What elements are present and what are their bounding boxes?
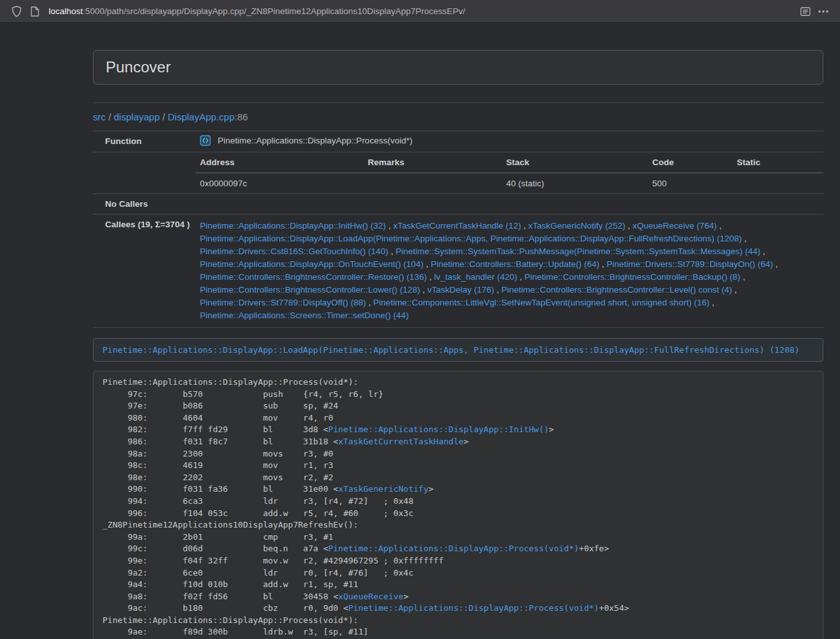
disassembly-line: 9ac: b180 cbz r0, 9d0 <Pinetime::Applica… [103,603,814,615]
column-header-stack: Stack [502,152,648,173]
selected-callee-link[interactable]: Pinetime::Applications::DisplayApp::Load… [103,345,800,355]
callee-link[interactable]: lv_task_handler (420) [434,272,517,282]
callee-separator: , [424,259,431,269]
disassembly-symbol-link[interactable]: xTaskGetCurrentTaskHandle [338,437,464,446]
disassembly-code: Pinetime::Applications::DisplayApp::Proc… [103,376,814,639]
breadcrumb-link[interactable]: DisplayApp.cpp [168,111,235,122]
callee-link[interactable]: Pinetime::Applications::DisplayApp::Load… [200,234,742,243]
code-cell: 500 [648,173,732,193]
no-callers-label: No Callers [93,194,195,214]
callee-link[interactable]: Pinetime::Applications::DisplayApp::Init… [200,221,386,231]
callee-link[interactable]: Pinetime::Applications::DisplayApp::OnTo… [200,259,424,269]
selected-callee-box: Pinetime::Applications::DisplayApp::Load… [93,338,823,362]
callee-link[interactable]: Pinetime::Drivers::Cst816S::GetTouchInfo… [200,247,388,256]
disassembly-line: _ZN8Pinetime12Applications10DisplayApp7R… [103,519,814,531]
callees-label: Callees (19, Σ=3704 ) [93,214,195,328]
url-host: localhost [49,6,83,16]
detail-row-label [93,152,195,194]
callee-link[interactable]: Pinetime::Drivers::St7789::DisplayOn() (… [607,259,773,269]
table-row: 0x0000097c 40 (static) 500 [195,173,823,193]
disassembly-line: 982: f7ff fd29 bl 3d8 <Pinetime::Applica… [103,424,814,436]
disassembly-symbol-link[interactable]: Pinetime::Applications::DisplayApp::Proc… [349,603,599,613]
column-header-remarks: Remarks [363,152,502,173]
disassembly-line: Pinetime::Applications::DisplayApp::Proc… [103,376,814,389]
disassembly-block: Pinetime::Applications::DisplayApp::Proc… [93,371,823,639]
disassembly-line: 98a: 2300 movs r3, #0 [103,448,814,460]
stack-cell: 40 (static) [502,173,648,193]
disassembly-symbol-link[interactable]: xQueueReceive [338,592,404,601]
disassembly-symbol-link[interactable]: Pinetime::Applications::DisplayApp::Init… [328,425,548,434]
breadcrumb-link[interactable]: displayapp [114,111,160,122]
detail-row: Address Remarks Stack Code Static 0x0000… [93,152,823,194]
breadcrumb-link[interactable]: src [93,111,106,122]
callee-link[interactable]: Pinetime::Drivers::St7789::DisplayOff() … [200,298,366,307]
callees-list: Pinetime::Applications::DisplayApp::Init… [195,214,823,328]
disassembly-symbol-link[interactable]: Pinetime::Applications::DisplayApp::Proc… [328,544,579,553]
callee-link[interactable]: Pinetime::Controllers::BrightnessControl… [200,285,420,295]
browser-toolbar: localhost:5000/path/src/displayapp/Displ… [0,0,840,23]
callee-separator: , [427,272,434,282]
function-icon [200,135,211,148]
reader-mode-icon[interactable] [796,3,814,20]
no-callers-value [195,194,823,214]
disassembly-line: 99e: f04f 32ff mov.w r2, #4294967295 ; 0… [103,555,814,567]
callee-link[interactable]: Pinetime::Controllers::Battery::Update()… [431,259,599,269]
function-detail-table: Address Remarks Stack Code Static 0x0000… [195,152,823,193]
divider [93,102,823,103]
callee-link[interactable]: Pinetime::Components::LittleVgl::SetNewT… [374,298,710,307]
column-header-code: Code [648,152,732,173]
overflow-menu-icon[interactable] [814,3,832,20]
remarks-cell [363,173,502,193]
callee-separator: , [625,221,632,231]
page-content: Puncover src / displayapp / DisplayApp.c… [0,23,840,639]
callee-separator: , [366,298,373,307]
page-title: Puncover [106,58,811,76]
disassembly-line: 990: f031 fa36 bl 31e00 <xTaskGenericNot… [103,483,814,496]
function-label: Function [93,131,195,152]
callee-separator: , [386,221,393,231]
function-table: Function Pinetime::Applications::Display… [93,131,823,328]
callee-link[interactable]: xTaskGetCurrentTaskHandle (12) [393,221,522,231]
breadcrumb-separator: / [160,111,168,122]
callee-link[interactable]: Pinetime::Applications::Screens::Timer::… [200,311,409,320]
breadcrumb-line-number: :86 [235,111,248,122]
no-callers-row: No Callers [93,194,823,214]
app-header: Puncover [93,50,823,85]
page-info-icon[interactable] [26,3,44,20]
url-bar[interactable]: localhost:5000/path/src/displayapp/Displ… [49,6,465,16]
callee-link[interactable]: Pinetime::Controllers::BrightnessControl… [525,272,741,282]
callee-link[interactable]: Pinetime::Controllers::BrightnessControl… [501,285,732,295]
callee-link[interactable]: Pinetime::System::SystemTask::PushMessag… [395,247,760,256]
shield-icon[interactable] [8,3,26,20]
callee-link[interactable]: xTaskGenericNotify (252) [529,221,626,231]
disassembly-symbol-link[interactable]: xTaskGenericNotify [338,484,429,494]
disassembly-line: 986: f031 f8c7 bl 31b18 <xTaskGetCurrent… [103,436,814,448]
callees-row: Callees (19, Σ=3704 ) Pinetime::Applicat… [93,214,823,328]
callee-separator: , [494,285,501,295]
static-cell [732,173,823,193]
disassembly-line: 9a8: f02f fd56 bl 30458 <xQueueReceive> [103,591,814,603]
disassembly-line: 98c: 4619 mov r1, r3 [103,460,814,472]
callee-link[interactable]: vTaskDelay (176) [427,285,494,295]
disassembly-line: 97e: b086 sub sp, #24 [103,400,814,412]
main-container: Puncover src / displayapp / DisplayApp.c… [93,23,823,639]
disassembly-line: 9ae: f89d 300b ldrb.w r3, [sp, #11] [103,626,814,638]
callee-separator: , [388,247,395,256]
disassembly-line: 980: 4604 mov r4, r0 [103,412,814,425]
disassembly-line: 994: 6ca3 ldr r3, [r4, #72] ; 0x48 [103,496,814,508]
callee-separator: , [742,234,747,243]
callee-separator: , [709,298,714,307]
disassembly-line: 996: f104 053c add.w r5, r4, #60 ; 0x3c [103,508,814,520]
breadcrumb: src / displayapp / DisplayApp.cpp:86 [93,111,823,122]
callee-separator: , [773,259,778,269]
callee-separator: , [761,247,766,256]
detail-header-row: Address Remarks Stack Code Static [195,152,823,173]
callee-link[interactable]: xQueueReceive (764) [632,221,716,231]
function-name: Pinetime::Applications::DisplayApp::Proc… [218,136,413,145]
disassembly-line: 99a: 2b01 cmp r3, #1 [103,531,814,544]
disassembly-line: 9a2: 6ce0 ldr r0, [r4, #76] ; 0x4c [103,567,814,579]
column-header-address: Address [195,152,363,173]
disassembly-line: 97c: b570 push {r4, r5, r6, lr} [103,389,814,401]
callee-link[interactable]: Pinetime::Controllers::BrightnessControl… [200,272,427,282]
callee-separator: , [740,272,745,282]
